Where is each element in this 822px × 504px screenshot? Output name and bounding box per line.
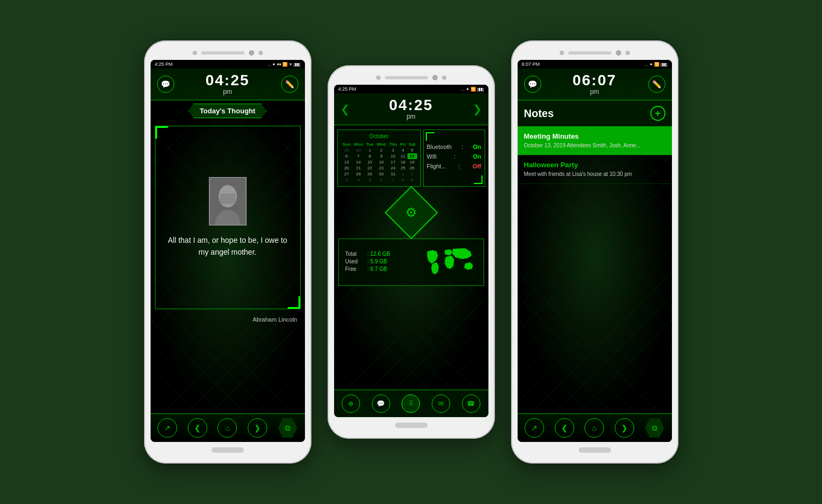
home-icon[interactable]: ⌂ [218, 418, 237, 438]
cal-cell: 11 [399, 153, 407, 159]
flight-row: Flight... : Off [427, 163, 481, 169]
cal-cell: 17 [388, 159, 399, 165]
status-time-1: 4:25 PM [155, 62, 173, 67]
lincoln-portrait [209, 177, 247, 226]
wifi-icon-2: 🛜 [471, 87, 476, 92]
ampm-2: pm [389, 113, 433, 120]
status-icons-3: ... ✦ 🛜 [▮▮] [644, 62, 667, 67]
thought-content: All that I am, or hope to be, I owe to m… [155, 126, 301, 309]
status-bar-3: 6:07 PM ... ✦ 🛜 [▮▮] [518, 60, 672, 69]
top-section: October Sun Mon Tue Wed Thu Fri Sat [337, 130, 485, 187]
cal-cell: 14 [352, 159, 365, 165]
cal-cell: 29 [341, 147, 352, 153]
status-bar-2: 4:25 PM ... ✦ 🛜 [▮▮] [334, 85, 488, 93]
phone-icon[interactable]: ☎ [462, 394, 480, 413]
edit-icon-3[interactable]: ✏️ [648, 76, 665, 93]
copy-icon[interactable]: ⧉ [278, 418, 297, 438]
world-map [423, 243, 477, 281]
settings-diamond[interactable]: ⚙ [390, 191, 433, 234]
header-clock-1: 04:25 pm [206, 73, 250, 96]
status-bar-1: 4:25 PM ... ✦ ▾▾ 🛜 ✕ [▮▮] [151, 60, 305, 69]
x-icon: ✕ [289, 62, 293, 67]
cal-week-2: 6 7 8 9 10 11 12 [341, 153, 417, 159]
cal-cell: 9 [407, 177, 417, 183]
cal-cell: 13 [341, 159, 352, 165]
cal-cell: 8 [364, 153, 375, 159]
total-row: Total : 12.6 GB [345, 251, 390, 257]
cal-cell: 4 [352, 177, 365, 183]
used-label: Used [345, 258, 364, 264]
home-button-1[interactable] [212, 447, 244, 453]
batt-icon-3: [▮▮] [661, 62, 667, 67]
bluetooth-value: On [473, 144, 481, 150]
cal-cell: 9 [375, 153, 388, 159]
cal-week-6: 3 4 5 6 7 8 9 [341, 177, 417, 183]
phone-header-1: 💬 04:25 pm ✏️ [151, 69, 305, 100]
sensor-dot-2 [442, 76, 446, 80]
quote-icon-1[interactable]: 💬 [157, 76, 174, 93]
copy-icon-3[interactable]: ⧉ [645, 418, 664, 438]
edit-icon-1[interactable]: ✏️ [281, 76, 298, 93]
wifi-status-icon: 🛜 [282, 62, 288, 67]
svg-rect-3 [220, 193, 235, 203]
free-row: Free : 6.7 GB [345, 266, 390, 272]
cal-cell: 3 [341, 177, 352, 183]
back-icon-3[interactable]: ❮ [555, 418, 574, 438]
cal-day-sun: Sun [341, 141, 352, 147]
forward-icon-3[interactable]: ❯ [615, 418, 634, 438]
calendar-grid: Sun Mon Tue Wed Thu Fri Sat 29 [341, 141, 417, 183]
right-arrow[interactable]: ❯ [473, 103, 482, 115]
phone-1: 4:25 PM ... ✦ ▾▾ 🛜 ✕ [▮▮] 💬 04:25 pm ✏️ [144, 40, 311, 464]
share-icon-3[interactable]: ↗ [525, 418, 544, 438]
cal-cell: 26 [407, 165, 417, 171]
back-icon[interactable]: ❮ [188, 418, 207, 438]
battery-icon: [▮▮] [294, 62, 300, 67]
forward-icon[interactable]: ❯ [248, 418, 267, 438]
cal-week-5: 27 28 29 30 31 1 2 [341, 171, 417, 177]
mail-icon[interactable]: ✉ [432, 394, 450, 413]
note-item-1[interactable]: Meeting Minutes October 13, 2019 Attende… [518, 127, 672, 155]
batt-icon-2: [▮▮] [477, 87, 484, 92]
cal-cell: 22 [364, 165, 375, 171]
add-note-button[interactable]: + [650, 106, 665, 121]
chat-icon[interactable]: 💬 [372, 394, 390, 413]
wifi-label: Wifi [427, 153, 437, 160]
cal-week-1: 29 30 1 2 3 4 5 [341, 147, 417, 153]
phone-screen-2: 4:25 PM ... ✦ 🛜 [▮▮] ❮ 04:25 pm ❯ [334, 85, 488, 417]
cal-week-4: 20 21 22 23 24 25 26 [341, 165, 417, 171]
cal-day-tue: Tue [364, 141, 375, 147]
bottom-nav-1: ↗ ❮ ⌂ ❯ ⧉ [151, 413, 305, 442]
cal-week-3: 13 14 15 16 17 18 19 [341, 159, 417, 165]
note-item-2[interactable]: Halloween Party Meet with friends at Lis… [518, 155, 672, 184]
bluetooth-row: Bluetooth : On [427, 144, 481, 150]
cal-cell: 25 [399, 165, 407, 171]
home-button-2[interactable] [395, 423, 427, 428]
camera-dot [249, 50, 254, 56]
speaker-grille [201, 51, 244, 55]
bt-icon: ✦ [466, 87, 470, 92]
cal-day-wed: Wed [375, 141, 388, 147]
cal-cell: 24 [388, 165, 399, 171]
cal-today: 12 [407, 153, 417, 159]
left-arrow[interactable]: ❮ [341, 103, 350, 115]
notes-list: Meeting Minutes October 13, 2019 Attende… [518, 127, 672, 184]
quote-icon-3[interactable]: 💬 [524, 76, 541, 93]
cal-cell: 3 [388, 147, 399, 153]
grid-icon[interactable]: ⠿ [402, 394, 420, 413]
share-icon[interactable]: ↗ [158, 418, 177, 438]
storage-info: Total : 12.6 GB Used : 5.9 GB Free : 6.7… [345, 251, 390, 274]
connectivity-widget: Bluetooth : On Wifi : On Flight... : Off [423, 130, 485, 187]
status-time-3: 6:07 PM [522, 62, 540, 67]
corner-decoration [474, 175, 483, 184]
home-icon-3[interactable]: ⌂ [585, 418, 604, 438]
bottom-nav-3: ↗ ❮ ⌂ ❯ ⧉ [518, 413, 672, 442]
home-button-3[interactable] [579, 447, 611, 453]
cal-cell: 10 [388, 153, 399, 159]
target-icon[interactable]: ⊕ [342, 394, 360, 413]
bt-icon-3: ✦ [649, 62, 653, 67]
cal-cell: 5 [364, 177, 375, 183]
cal-cell: 28 [352, 171, 365, 177]
speaker-grille-3 [568, 51, 612, 55]
screen-2: October Sun Mon Tue Wed Thu Fri Sat [334, 125, 488, 390]
cal-cell: 8 [399, 177, 407, 183]
